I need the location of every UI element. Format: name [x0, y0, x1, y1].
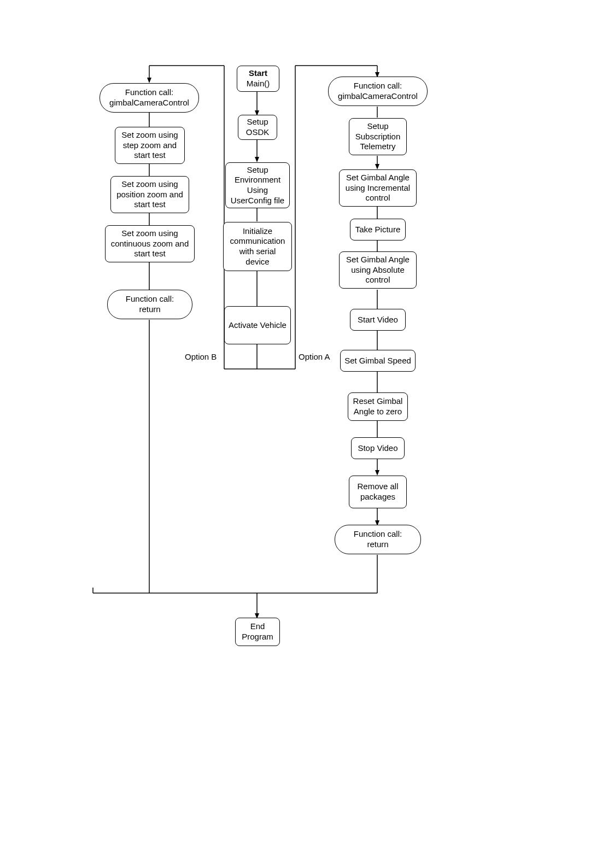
option-a-label: Option A: [299, 352, 330, 361]
remove-packages-text: Remove all packages: [357, 482, 398, 502]
gimbal-absolute-node: Set Gimbal Angle using Absolute control: [339, 251, 417, 289]
right-function-call-text: Function call: gimbalCameraControl: [338, 81, 418, 102]
continuous-zoom-text: Set zoom using continuous zoom and start…: [111, 228, 189, 259]
telemetry-node: Setup Subscription Telemetry: [349, 118, 407, 155]
setup-osdk-text: Setup OSDK: [246, 117, 270, 138]
reset-gimbal-node: Reset Gimbal Angle to zero: [348, 392, 408, 421]
flow-connectors: [0, 0, 614, 868]
step-zoom-node: Set zoom using step zoom and start test: [115, 127, 185, 164]
end-program-text: End Program: [242, 621, 273, 642]
option-b-label: Option B: [185, 352, 217, 361]
start-title: Start: [249, 68, 267, 79]
start-node: Start Main(): [237, 66, 279, 92]
setup-env-text: Setup Environment Using UserConfig file: [231, 165, 284, 206]
step-zoom-text: Set zoom using step zoom and start test: [121, 130, 178, 161]
telemetry-text: Setup Subscription Telemetry: [355, 121, 401, 152]
gimbal-absolute-text: Set Gimbal Angle using Absolute control: [346, 255, 410, 285]
start-video-text: Start Video: [358, 315, 398, 325]
right-function-call-node: Function call: gimbalCameraControl: [328, 77, 428, 106]
stop-video-text: Stop Video: [358, 443, 397, 454]
gimbal-incremental-text: Set Gimbal Angle using Incremental contr…: [346, 173, 410, 203]
init-comm-node: Initialize communication with serial dev…: [223, 222, 292, 271]
gimbal-incremental-node: Set Gimbal Angle using Incremental contr…: [339, 169, 417, 207]
continuous-zoom-node: Set zoom using continuous zoom and start…: [105, 225, 195, 262]
position-zoom-text: Set zoom using position zoom and start t…: [116, 179, 183, 210]
left-function-call-node: Function call: gimbalCameraControl: [100, 83, 199, 113]
right-return-node: Function call: return: [335, 525, 421, 554]
position-zoom-node: Set zoom using position zoom and start t…: [110, 176, 189, 213]
end-program-node: End Program: [235, 618, 280, 646]
left-return-text: Function call: return: [126, 294, 174, 315]
take-picture-text: Take Picture: [355, 225, 401, 235]
right-return-text: Function call: return: [354, 529, 402, 550]
start-video-node: Start Video: [350, 309, 406, 331]
setup-env-node: Setup Environment Using UserConfig file: [225, 162, 290, 208]
start-sub: Main(): [247, 79, 270, 89]
init-comm-text: Initialize communication with serial dev…: [230, 226, 285, 267]
activate-vehicle-node: Activate Vehicle: [224, 306, 291, 344]
activate-vehicle-text: Activate Vehicle: [229, 320, 286, 331]
gimbal-speed-node: Set Gimbal Speed: [340, 350, 416, 372]
stop-video-node: Stop Video: [351, 437, 405, 459]
take-picture-node: Take Picture: [350, 219, 406, 241]
left-function-call-text: Function call: gimbalCameraControl: [109, 87, 189, 108]
reset-gimbal-text: Reset Gimbal Angle to zero: [353, 396, 403, 417]
left-return-node: Function call: return: [107, 290, 192, 319]
gimbal-speed-text: Set Gimbal Speed: [344, 356, 411, 366]
setup-osdk-node: Setup OSDK: [238, 115, 277, 140]
remove-packages-node: Remove all packages: [349, 476, 407, 508]
